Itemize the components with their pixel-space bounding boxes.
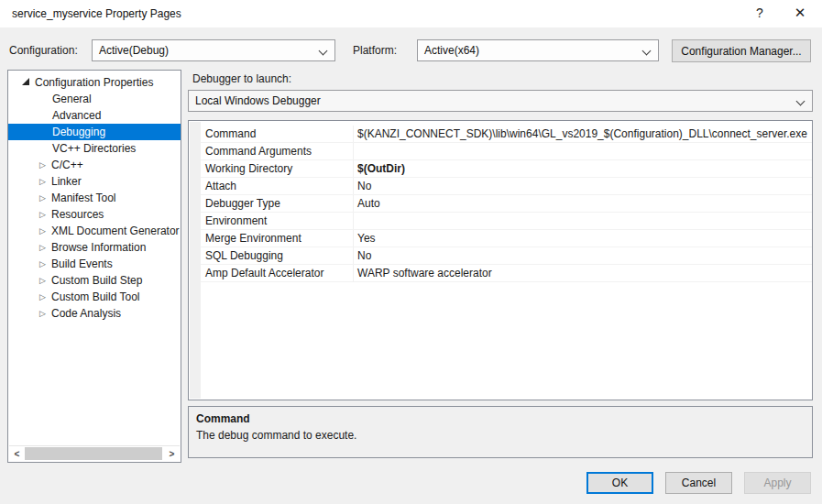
platform-dropdown[interactable]: Active(x64) — [417, 39, 659, 61]
debugger-dropdown[interactable]: Local Windows Debugger — [188, 90, 813, 112]
tree-item-debugging[interactable]: Debugging — [8, 124, 181, 140]
collapsed-triangle-icon[interactable]: ▷ — [39, 223, 46, 239]
property-label: Command Arguments — [201, 143, 354, 159]
property-value[interactable]: $(KANZI_CONNECT_SDK)\lib\win64\GL_vs2019… — [354, 127, 812, 140]
tree-item-manifest-tool[interactable]: ▷Manifest Tool — [8, 190, 181, 206]
description-text: The debug command to execute. — [196, 429, 805, 442]
tree-item-label: VC++ Directories — [52, 140, 136, 157]
expanded-triangle-icon[interactable] — [22, 78, 29, 85]
property-row-amp-default-accelerator[interactable]: Amp Default Accelerator WARP software ac… — [201, 265, 812, 282]
tree-horizontal-scrollbar[interactable]: < > — [9, 445, 180, 461]
tree-item-label: Manifest Tool — [51, 190, 115, 206]
configuration-tree: Configuration Properties General Advance… — [7, 70, 181, 463]
tree-item-label: Configuration Properties — [35, 74, 153, 91]
property-row-command-arguments[interactable]: Command Arguments — [201, 143, 812, 160]
property-label: Environment — [201, 213, 354, 229]
tree-item-c-cpp[interactable]: ▷C/C++ — [8, 157, 181, 173]
scrollbar-thumb[interactable] — [25, 447, 162, 460]
help-button[interactable]: ? — [744, 0, 775, 26]
property-label: Merge Environment — [201, 230, 354, 247]
property-grid: Command $(KANZI_CONNECT_SDK)\lib\win64\G… — [188, 120, 813, 400]
tree-item-label: XML Document Generator — [51, 223, 180, 239]
configuration-manager-button[interactable]: Configuration Manager... — [672, 39, 811, 62]
apply-button[interactable]: Apply — [744, 472, 811, 494]
tree-item-label: Build Events — [51, 256, 113, 272]
help-icon: ? — [756, 5, 763, 20]
platform-value: Active(x64) — [424, 44, 479, 57]
property-row-command[interactable]: Command $(KANZI_CONNECT_SDK)\lib\win64\G… — [201, 126, 812, 143]
property-label: Command — [201, 126, 354, 142]
configuration-dropdown[interactable]: Active(Debug) — [92, 39, 335, 61]
property-label: SQL Debugging — [201, 247, 354, 264]
chevron-down-icon[interactable] — [642, 47, 652, 56]
tree-item-general[interactable]: General — [8, 91, 181, 107]
property-value[interactable]: No — [354, 249, 812, 262]
tree-item-label: Resources — [51, 206, 104, 223]
property-label: Debugger Type — [201, 195, 354, 212]
property-value[interactable]: Auto — [354, 197, 812, 210]
collapsed-triangle-icon[interactable]: ▷ — [39, 157, 46, 173]
tree-item-label: Advanced — [52, 107, 101, 124]
collapsed-triangle-icon[interactable]: ▷ — [39, 272, 46, 289]
property-value[interactable]: WARP software accelerator — [354, 267, 812, 279]
tree-item-custom-build-step[interactable]: ▷Custom Build Step — [8, 272, 181, 289]
configuration-label: Configuration: — [9, 44, 78, 57]
tree-item-vcpp-directories[interactable]: VC++ Directories — [8, 140, 181, 157]
collapsed-triangle-icon[interactable]: ▷ — [39, 289, 46, 305]
cancel-button[interactable]: Cancel — [665, 472, 732, 494]
property-row-attach[interactable]: Attach No — [201, 178, 812, 195]
property-pages-dialog: service_myservice Property Pages ? ✕ Con… — [0, 0, 822, 504]
tree-item-linker[interactable]: ▷Linker — [8, 173, 181, 190]
collapsed-triangle-icon[interactable]: ▷ — [39, 239, 46, 256]
tree-item-label: Debugging — [52, 124, 105, 140]
window-title: service_myservice Property Pages — [12, 7, 181, 20]
property-label: Amp Default Accelerator — [201, 265, 354, 281]
tree-item-label: Linker — [51, 173, 82, 190]
tree-item-label: C/C++ — [51, 157, 83, 173]
tree-item-label: Custom Build Step — [51, 272, 142, 289]
property-row-debugger-type[interactable]: Debugger Type Auto — [201, 195, 812, 213]
chevron-down-icon[interactable] — [319, 47, 328, 56]
scroll-right-icon[interactable]: > — [164, 446, 180, 461]
platform-label: Platform: — [353, 44, 397, 57]
tree-item-resources[interactable]: ▷Resources — [8, 206, 181, 223]
tree-item-label: Code Analysis — [51, 305, 121, 322]
description-title: Command — [196, 412, 805, 425]
debugger-to-launch-label: Debugger to launch: — [192, 72, 291, 85]
tree-item-configuration-properties[interactable]: Configuration Properties — [8, 74, 181, 91]
property-row-working-directory[interactable]: Working Directory $(OutDir) — [201, 160, 812, 178]
property-label: Working Directory — [201, 160, 354, 177]
tree-item-label: Custom Build Tool — [51, 289, 140, 305]
property-value[interactable]: $(OutDir) — [354, 162, 812, 175]
collapsed-triangle-icon[interactable]: ▷ — [39, 173, 46, 190]
close-icon: ✕ — [795, 5, 806, 21]
collapsed-triangle-icon[interactable]: ▷ — [39, 190, 46, 206]
debugger-value: Local Windows Debugger — [195, 94, 321, 107]
property-label: Attach — [201, 178, 354, 194]
property-value[interactable]: No — [354, 180, 812, 192]
tree-item-label: Browse Information — [51, 239, 146, 256]
close-button[interactable]: ✕ — [784, 0, 816, 26]
ok-button[interactable]: OK — [586, 472, 653, 494]
collapsed-triangle-icon[interactable]: ▷ — [39, 305, 46, 322]
tree-item-build-events[interactable]: ▷Build Events — [8, 256, 181, 272]
property-row-environment[interactable]: Environment — [201, 213, 812, 230]
grid-gutter — [190, 122, 201, 399]
tree-item-label: General — [52, 91, 92, 107]
collapsed-triangle-icon[interactable]: ▷ — [39, 256, 46, 272]
scroll-left-icon[interactable]: < — [9, 446, 25, 461]
description-panel: Command The debug command to execute. — [188, 406, 813, 458]
tree-item-custom-build-tool[interactable]: ▷Custom Build Tool — [8, 289, 181, 305]
tree-item-advanced[interactable]: Advanced — [8, 107, 181, 124]
property-row-sql-debugging[interactable]: SQL Debugging No — [201, 247, 812, 265]
chevron-down-icon[interactable] — [796, 97, 806, 106]
tree-item-xml-document-generator[interactable]: ▷XML Document Generator — [8, 223, 181, 239]
tree-item-code-analysis[interactable]: ▷Code Analysis — [8, 305, 181, 322]
property-value[interactable]: Yes — [354, 232, 812, 245]
property-row-merge-environment[interactable]: Merge Environment Yes — [201, 230, 812, 247]
tree-item-browse-information[interactable]: ▷Browse Information — [8, 239, 181, 256]
configuration-value: Active(Debug) — [99, 44, 169, 57]
title-bar[interactable]: service_myservice Property Pages ? ✕ — [0, 0, 822, 27]
collapsed-triangle-icon[interactable]: ▷ — [39, 206, 46, 223]
